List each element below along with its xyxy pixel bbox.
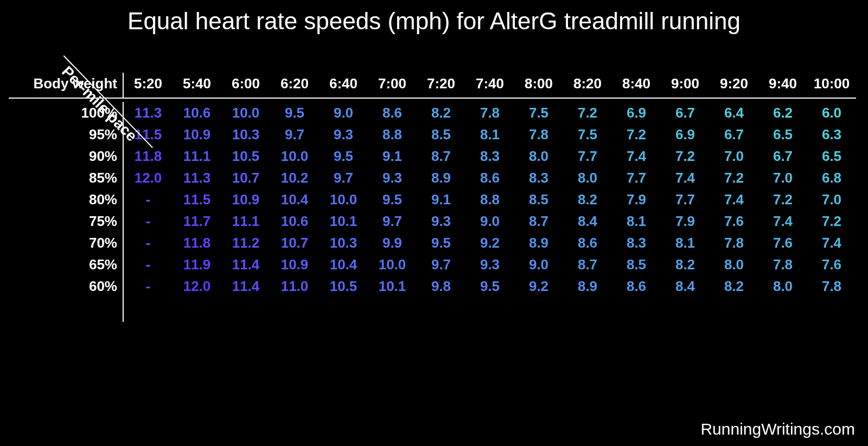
column-header: 6:20 — [270, 73, 319, 98]
data-cell: 9.7 — [270, 124, 319, 145]
data-cell: 9.1 — [368, 145, 417, 167]
data-cell: 7.4 — [661, 167, 710, 189]
data-cell: 6.2 — [758, 102, 807, 124]
data-cell: 9.5 — [417, 232, 465, 254]
data-cell: 11.5 — [173, 189, 221, 210]
table-row: 70%-11.811.210.710.39.99.59.28.98.68.38.… — [9, 232, 856, 254]
data-cell: - — [123, 210, 173, 232]
data-cell: 7.7 — [563, 145, 612, 167]
column-header: 10:00 — [807, 73, 856, 98]
data-cell: 8.7 — [417, 145, 465, 167]
data-cell: 6.7 — [661, 102, 710, 124]
data-cell: 8.2 — [563, 189, 612, 210]
data-cell: 12.0 — [173, 275, 221, 297]
column-header: 7:40 — [465, 73, 514, 98]
table-row: 90%11.811.110.510.09.59.18.78.38.07.77.4… — [9, 145, 856, 167]
data-cell: 10.2 — [270, 167, 319, 189]
data-cell: 7.4 — [710, 189, 758, 210]
data-cell: 9.3 — [465, 254, 514, 275]
table-row: 80%-11.510.910.410.09.59.18.88.58.27.97.… — [9, 189, 856, 210]
column-header: 8:00 — [514, 73, 563, 98]
chart-area: Per-mile pace Body weight 5:205:406:006:… — [0, 73, 868, 322]
data-cell: 10.9 — [270, 254, 319, 275]
data-cell: 11.1 — [221, 210, 270, 232]
data-cell: 6.7 — [710, 124, 758, 145]
data-cell: 7.8 — [710, 232, 758, 254]
data-cell: 7.7 — [661, 189, 710, 210]
data-cell: 6.0 — [807, 102, 856, 124]
row-header: 60% — [9, 275, 123, 297]
page-title: Equal heart rate speeds (mph) for AlterG… — [0, 0, 868, 35]
data-cell: 9.5 — [319, 145, 368, 167]
table-row: 65%-11.911.410.910.410.09.79.39.08.78.58… — [9, 254, 856, 275]
data-cell: 10.1 — [368, 275, 417, 297]
data-cell: 6.3 — [807, 124, 856, 145]
data-cell: 7.6 — [710, 210, 758, 232]
data-cell: 7.2 — [807, 210, 856, 232]
data-cell: 8.1 — [661, 232, 710, 254]
data-cell: 10.0 — [368, 254, 417, 275]
data-cell: 11.0 — [270, 275, 319, 297]
table-tail — [9, 297, 856, 322]
data-cell: 9.0 — [319, 102, 368, 124]
data-cell: 11.8 — [173, 232, 221, 254]
data-cell: 8.7 — [514, 210, 563, 232]
data-cell: 9.3 — [417, 210, 465, 232]
data-cell: 8.2 — [417, 102, 465, 124]
data-cell: 8.5 — [612, 254, 661, 275]
data-cell: 7.8 — [514, 124, 563, 145]
data-cell: 7.4 — [807, 232, 856, 254]
column-header: 6:00 — [221, 73, 270, 98]
table-row: 85%12.011.310.710.29.79.38.98.68.38.07.7… — [9, 167, 856, 189]
data-cell: 8.8 — [368, 124, 417, 145]
data-cell: 9.2 — [465, 232, 514, 254]
column-header: 8:20 — [563, 73, 612, 98]
column-header-row: Body weight 5:205:406:006:206:407:007:20… — [9, 73, 856, 98]
data-cell: 8.2 — [710, 275, 758, 297]
data-cell: 8.2 — [661, 254, 710, 275]
data-cell: 10.3 — [221, 124, 270, 145]
column-header: 5:40 — [173, 73, 221, 98]
data-cell: 7.8 — [465, 102, 514, 124]
data-cell: 9.3 — [368, 167, 417, 189]
row-header: 85% — [9, 167, 123, 189]
data-cell: 10.4 — [270, 189, 319, 210]
data-cell: 11.8 — [123, 145, 173, 167]
data-cell: 8.1 — [612, 210, 661, 232]
data-cell: 7.0 — [807, 189, 856, 210]
data-cell: 8.6 — [612, 275, 661, 297]
data-cell: 12.0 — [123, 167, 173, 189]
data-cell: 9.7 — [368, 210, 417, 232]
data-cell: 7.4 — [758, 210, 807, 232]
data-cell: 8.9 — [514, 232, 563, 254]
row-header: 100% — [9, 102, 123, 124]
data-cell: 10.0 — [221, 102, 270, 124]
data-cell: 8.1 — [465, 124, 514, 145]
row-header: 80% — [9, 189, 123, 210]
data-cell: 11.3 — [173, 167, 221, 189]
data-cell: 9.3 — [319, 124, 368, 145]
row-header: 90% — [9, 145, 123, 167]
data-cell: 8.0 — [710, 254, 758, 275]
data-cell: 8.9 — [417, 167, 465, 189]
data-cell: 9.0 — [465, 210, 514, 232]
data-cell: 7.8 — [807, 275, 856, 297]
data-cell: 9.5 — [270, 102, 319, 124]
data-cell: 7.2 — [758, 189, 807, 210]
data-cell: 7.7 — [612, 167, 661, 189]
data-cell: - — [123, 275, 173, 297]
row-header: 65% — [9, 254, 123, 275]
data-cell: 9.1 — [417, 189, 465, 210]
data-cell: 8.0 — [563, 167, 612, 189]
data-cell: 6.7 — [758, 145, 807, 167]
data-cell: 8.9 — [563, 275, 612, 297]
data-cell: 6.8 — [807, 167, 856, 189]
data-cell: 11.4 — [221, 275, 270, 297]
data-cell: 8.6 — [465, 167, 514, 189]
data-cell: 10.3 — [319, 232, 368, 254]
data-cell: 9.8 — [417, 275, 465, 297]
data-cell: 8.4 — [661, 275, 710, 297]
row-header: 70% — [9, 232, 123, 254]
row-header: 95% — [9, 124, 123, 145]
data-cell: 8.4 — [563, 210, 612, 232]
